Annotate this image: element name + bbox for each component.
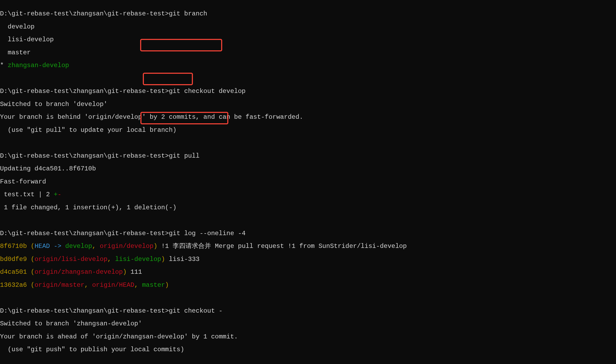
output-line: (use "git push" to publish your local co… bbox=[0, 346, 616, 353]
commit-msg: !1 李四请求合并 Merge pull request !1 from Sun… bbox=[157, 243, 407, 250]
branch-item: master bbox=[0, 50, 616, 56]
commit-hash: bd0dfe9 bbox=[0, 256, 27, 263]
terminal-output[interactable]: D:\git-rebase-test\zhangsan\git-rebase-t… bbox=[0, 0, 616, 364]
log-commit: d4ca501 (origin/zhangsan-develop) 111 bbox=[0, 269, 616, 276]
branch-item: lisi-develop bbox=[0, 36, 616, 43]
cmd-git-pull: git pull bbox=[169, 152, 200, 159]
log-commit: bd0dfe9 (origin/lisi-develop, lisi-devel… bbox=[0, 256, 616, 263]
commit-msg: lisi-333 bbox=[165, 256, 200, 263]
remote-ref: origin/develop bbox=[100, 243, 154, 250]
blank-line bbox=[0, 75, 616, 82]
cmd-git-checkout-dash: git checkout - bbox=[169, 307, 223, 314]
output-line: Fast-forward bbox=[0, 179, 616, 185]
branch-ref: develop bbox=[65, 243, 92, 250]
remote-ref: origin/lisi-develop bbox=[35, 256, 108, 263]
branch-active: zhangsan-develop bbox=[8, 62, 69, 69]
branch-item: develop bbox=[0, 24, 616, 30]
output-line: Your branch is ahead of 'origin/zhangsan… bbox=[0, 334, 616, 340]
blank-line bbox=[0, 217, 616, 224]
remote-ref: origin/zhangsan-develop bbox=[35, 268, 123, 276]
prompt: D:\git-rebase-test\zhangsan\git-rebase-t… bbox=[0, 307, 169, 314]
branch-active-star: * bbox=[0, 62, 8, 69]
remote-ref: origin/master bbox=[35, 281, 84, 289]
commit-hash: 13632a6 bbox=[0, 281, 27, 289]
output-line: 1 file changed, 1 insertion(+), 1 deleti… bbox=[0, 205, 616, 211]
output-line: Switched to branch 'develop' bbox=[0, 101, 616, 108]
log-commit: 13632a6 (origin/master, origin/HEAD, mas… bbox=[0, 282, 616, 289]
cmd-git-log: git log --oneline -4 bbox=[169, 230, 246, 237]
output-line: (use "git pull" to update your local bra… bbox=[0, 127, 616, 134]
blank-line bbox=[0, 140, 616, 146]
commit-hash: d4ca501 bbox=[0, 268, 27, 276]
branch-ref: lisi-develop bbox=[115, 256, 161, 263]
output-line: Switched to branch 'zhangsan-develop' bbox=[0, 321, 616, 327]
blank-line bbox=[0, 295, 616, 301]
cmd-git-branch: git branch bbox=[169, 10, 207, 17]
prompt: D:\git-rebase-test\zhangsan\git-rebase-t… bbox=[0, 152, 169, 159]
diffstat-line: test.txt | 2 +- bbox=[0, 191, 616, 198]
prompt: D:\git-rebase-test\zhangsan\git-rebase-t… bbox=[0, 88, 169, 95]
remote-ref: origin/HEAD bbox=[92, 281, 134, 289]
commit-hash: 8f6710b bbox=[0, 243, 27, 250]
output-line: Your branch is behind 'origin/develop' b… bbox=[0, 114, 616, 121]
blank-line bbox=[0, 359, 616, 364]
log-commit: 8f6710b (HEAD -> develop, origin/develop… bbox=[0, 243, 616, 250]
prompt: D:\git-rebase-test\zhangsan\git-rebase-t… bbox=[0, 230, 169, 237]
output-line: Updating d4ca501..8f6710b bbox=[0, 166, 616, 172]
prompt: D:\git-rebase-test\zhangsan\git-rebase-t… bbox=[0, 10, 169, 17]
cmd-git-checkout-develop: git checkout develop bbox=[169, 88, 246, 95]
commit-msg: 111 bbox=[127, 268, 142, 276]
branch-ref: master bbox=[142, 281, 165, 289]
head-ref: HEAD -> bbox=[35, 243, 65, 250]
